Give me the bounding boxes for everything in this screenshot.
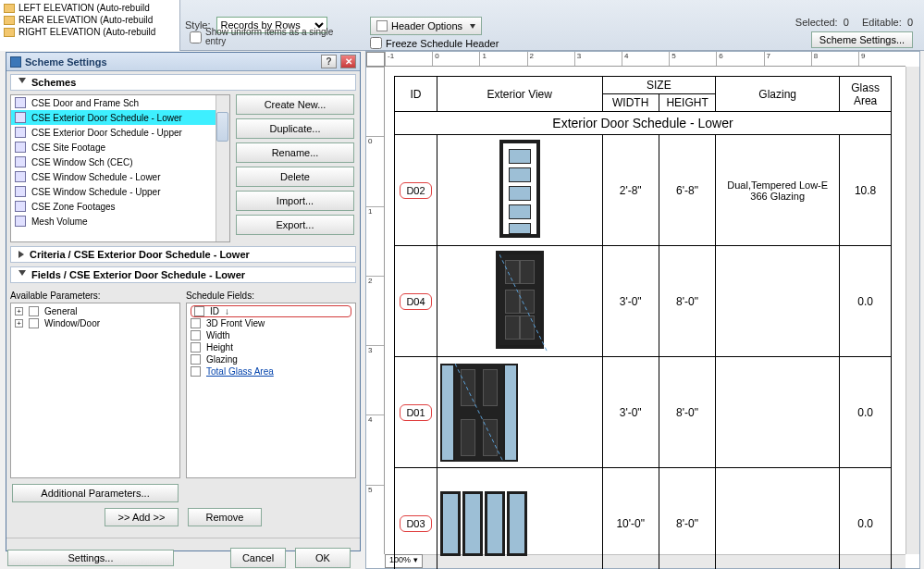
col-glass-area: Glass Area [840,77,892,112]
door-glass-area: 10.8 [840,135,892,246]
scheme-icon [15,186,26,197]
folder-icon [4,4,15,13]
door-glazing [716,357,840,468]
schedule-row: D04 3'-0" 8'-0" 0.0 [395,246,892,357]
ok-button[interactable]: OK [295,548,351,568]
dialog-title: Scheme Settings [25,56,107,68]
fields-section-header[interactable]: Fields / CSE Exterior Door Schedule - Lo… [10,266,356,283]
group-icon [29,318,39,328]
scheme-item[interactable]: CSE Site Footage [11,140,229,155]
tree-item[interactable]: REAR ELEVATION (Auto-rebuild [18,15,153,25]
additional-parameters-button[interactable]: Additional Parameters... [12,484,179,502]
help-button[interactable]: ? [321,55,337,68]
door-width: 2'-8" [602,135,659,246]
door-glass-area: 0.0 [840,468,892,570]
expand-icon[interactable]: + [15,307,23,315]
scheme-list[interactable]: CSE Door and Frame SchCSE Exterior Door … [10,94,230,242]
scheme-item[interactable]: Mesh Volume [11,214,229,229]
door-height: 8'-0" [659,357,715,468]
schedule-fields-list[interactable]: ID ↓3D Front ViewWidthHeightGlazingTotal… [186,303,356,478]
scheme-item[interactable]: CSE Door and Frame Sch [11,95,229,110]
door-width: 10'-0" [602,468,659,570]
import-button[interactable]: Import... [236,191,354,211]
schedule-fields-label: Schedule Fields: [186,291,356,301]
scheme-icon [15,156,26,167]
tree-item[interactable]: LEFT ELEVATION (Auto-rebuild [18,3,150,13]
schedule-field[interactable]: Glazing [191,353,351,365]
scheme-item[interactable]: CSE Window Schedule - Upper [11,184,229,199]
rename-button[interactable]: Rename... [236,142,354,163]
field-type-icon [191,318,201,328]
schemes-section-header[interactable]: Schemes [10,74,356,91]
tree-item[interactable]: RIGHT ELEVATION (Auto-rebuild [18,27,155,37]
editable-count: 0 [907,17,913,28]
scheme-item[interactable]: CSE Window Sch (CEC) [11,155,229,169]
settings-button[interactable]: Settings... [7,550,174,566]
scrollbar-vertical[interactable] [906,67,919,554]
scheme-item[interactable]: CSE Exterior Door Schedule - Lower [11,110,229,125]
remove-field-button[interactable]: Remove [188,508,262,526]
schedule-row: D03 10'-0" 8'-0" 0.0 [395,468,892,570]
field-type-icon [194,306,204,316]
field-type-icon [191,366,201,377]
schedule-viewport: -10123456789 012345 100% ▾ Exterior Door… [365,51,920,569]
freeze-header-checkbox[interactable] [370,37,382,49]
scheme-icon [15,216,26,227]
door-glazing [716,246,840,357]
scheme-item[interactable]: CSE Exterior Door Schedule - Upper [11,125,229,140]
schedule-field[interactable]: Total Glass Area [191,365,351,377]
delete-button[interactable]: Delete [236,167,354,187]
available-parameters-list[interactable]: +General+Window/Door [10,303,180,478]
scheme-icon [15,97,26,108]
door-id: D01 [400,404,431,421]
door-width: 3'-0" [602,357,659,468]
schedule-row: D02 2'-8" 6'-8" Dual,Tempered Low-E 366 … [395,135,892,246]
available-param[interactable]: +General [15,305,176,317]
scrollbar[interactable] [216,95,229,241]
scheme-icon [15,112,26,123]
expand-icon[interactable]: + [15,319,23,328]
door-id: D04 [400,293,431,310]
dialog-titlebar[interactable]: Scheme Settings ? ✕ [6,53,360,71]
uniform-items-checkbox[interactable] [190,29,202,46]
schedule-row: D01 3'-0" 8'-0" 0.0 [395,357,892,468]
cancel-button[interactable]: Cancel [230,548,286,568]
group-icon [29,306,39,316]
door-width: 3'-0" [602,246,659,357]
field-type-icon [191,354,201,365]
duplicate-button[interactable]: Duplicate... [236,118,354,139]
field-type-icon [191,342,201,353]
chevron-down-icon [470,24,475,29]
schedule-field[interactable]: Height [191,341,351,353]
door-glazing: Dual,Tempered Low-E 366 Glazing [716,135,840,246]
open-scheme-settings-button[interactable]: Scheme Settings... [811,31,913,48]
available-parameters-label: Available Parameters: [10,291,180,301]
criteria-section-header[interactable]: Criteria / CSE Exterior Door Schedule - … [10,246,356,263]
door-glazing [716,468,840,570]
export-button[interactable]: Export... [236,215,354,235]
col-size: SIZE [602,77,716,94]
schedule-title: Exterior Door Schedule - Lower [395,112,892,135]
header-options-button[interactable]: Header Options [370,17,482,35]
scheme-settings-dialog: Scheme Settings ? ✕ Schemes CSE Door and… [6,52,361,551]
chevron-down-icon [18,270,26,279]
scheme-icon [15,127,26,138]
scheme-item[interactable]: CSE Zone Footages [11,199,229,214]
door-exterior-view [437,135,602,246]
folder-icon [4,28,15,37]
create-new-button[interactable]: Create New... [236,94,354,115]
schedule-field[interactable]: 3D Front View [191,317,351,329]
schedule-field[interactable]: Width [191,329,351,341]
project-browser-tree[interactable]: LEFT ELEVATION (Auto-rebuild REAR ELEVAT… [0,0,180,51]
available-param[interactable]: +Window/Door [15,317,176,329]
scheme-item[interactable]: CSE Window Schedule - Lower [11,169,229,184]
col-glazing: Glazing [716,77,840,112]
add-field-button[interactable]: >> Add >> [105,508,179,526]
scheme-icon [15,142,26,153]
door-id: D03 [400,515,431,532]
close-button[interactable]: ✕ [340,55,356,68]
schedule-field[interactable]: ID ↓ [191,305,351,317]
sort-down-icon: ↓ [225,306,229,316]
door-exterior-view [437,246,602,357]
door-schedule-table: Exterior Door Schedule - Lower ID Exteri… [394,76,892,569]
